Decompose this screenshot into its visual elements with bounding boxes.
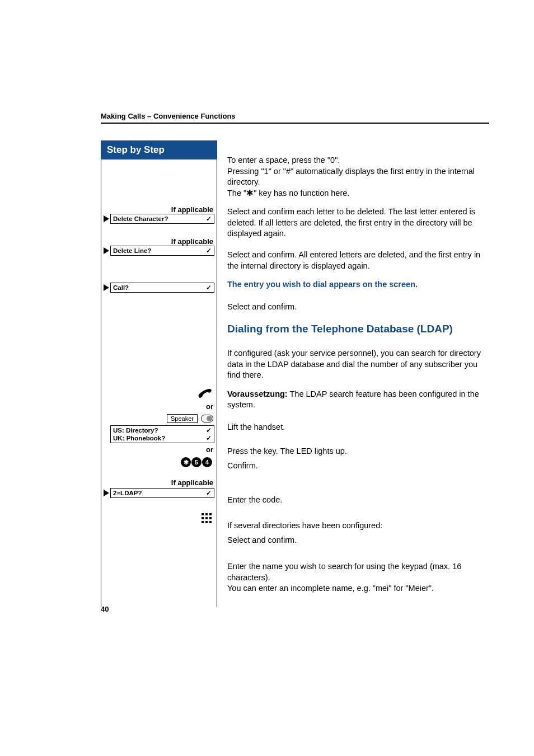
keypad-icon [201,513,212,525]
section-heading: Dialing from the Telephone Database (LDA… [227,322,489,336]
speaker-label: Speaker [167,414,198,423]
paragraph: To enter a space, press the "0". Pressin… [227,155,489,199]
paragraph: If configured (ask your service personne… [227,348,489,381]
handset-icon-row [104,388,214,399]
paragraph: If several directories have been configu… [227,520,489,532]
paragraph: Select and confirm. All entered letters … [227,250,489,271]
keypad-icon-row [104,513,214,525]
step-sidebar: Step by Step If applicable Delete Charac… [101,140,217,607]
svg-rect-0 [202,513,204,515]
if-applicable-label: If applicable [104,205,214,214]
running-header: Making Calls – Convenience Functions [101,112,489,124]
page-number: 40 [101,605,109,613]
menu-delete-character: Delete Character? ✓ [104,214,214,224]
check-icon: ✓ [206,284,212,292]
select-arrow-icon [104,247,109,254]
svg-rect-7 [205,521,208,523]
menu-ldap: 2=LDAP? ✓ [104,488,214,498]
inline-heading: The entry you wish to dial appears on th… [227,279,489,290]
paragraph: Voraussetzung: The LDAP search feature h… [227,389,489,411]
menu-label: Delete Character? [113,215,168,222]
select-arrow-icon [104,490,109,496]
main-content: To enter a space, press the "0". Pressin… [217,140,489,602]
if-applicable-label: If applicable [104,237,214,246]
or-label: or [104,402,214,411]
svg-rect-3 [202,517,204,519]
or-label: or [104,445,214,454]
svg-rect-1 [205,513,208,515]
paragraph: Confirm. [227,461,489,472]
paragraph: Select and confirm each letter to be del… [227,206,489,240]
svg-rect-8 [209,521,212,523]
svg-rect-5 [209,517,212,519]
select-arrow-icon [104,215,109,222]
if-applicable-label: If applicable [104,478,214,487]
check-icon: ✓ [206,434,212,442]
menu-call: Call? ✓ [104,283,214,293]
code-keys: ✱ 5 4 [104,457,214,467]
key-star-icon: ✱ [181,457,191,467]
menu-label-uk: UK: Phonebook? [113,435,165,442]
step-title: Step by Step [101,140,217,159]
svg-rect-4 [205,517,208,519]
key-5-icon: 5 [191,457,202,467]
menu-label: Delete Line? [113,247,151,254]
led-icon [201,415,213,422]
paragraph: Select and confirm. [227,535,489,546]
paragraph: Press the key. The LED lights up. [227,446,489,457]
svg-rect-2 [209,513,212,515]
menu-label: Call? [113,284,129,291]
check-icon: ✓ [206,489,212,497]
key-4-icon: 4 [202,457,212,467]
menu-label: 2=LDAP? [113,490,142,496]
paragraph: Enter the name you wish to search for us… [227,561,489,594]
menu-directory: US: Directory? ✓ UK: Phonebook? ✓ [110,425,214,443]
handset-icon [198,388,212,399]
menu-delete-line: Delete Line? ✓ [104,246,214,256]
paragraph: Lift the handset. [227,422,489,433]
check-icon: ✓ [206,215,212,223]
speaker-key: Speaker [104,414,214,423]
svg-rect-6 [202,521,204,523]
paragraph: Enter the code. [227,495,489,506]
paragraph: Select and confirm. [227,302,489,313]
check-icon: ✓ [206,247,212,255]
menu-label-us: US: Directory? [113,427,158,434]
check-icon: ✓ [206,426,212,434]
select-arrow-icon [104,284,109,291]
precondition-label: Voraussetzung: [227,389,288,398]
